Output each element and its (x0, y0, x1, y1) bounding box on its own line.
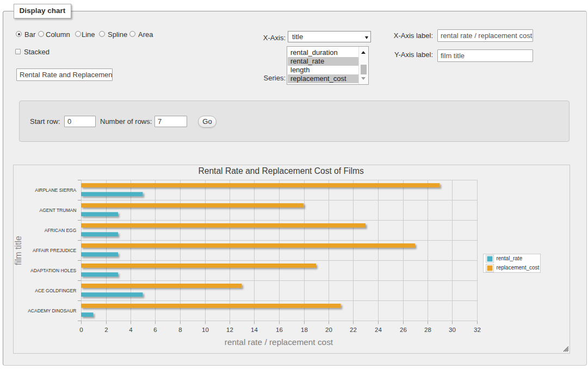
svg-text:film title: film title (14, 236, 23, 265)
svg-text:32: 32 (474, 327, 481, 333)
svg-text:2: 2 (104, 327, 108, 333)
svg-text:4: 4 (129, 327, 133, 333)
svg-text:AGENT TRUMAN: AGENT TRUMAN (40, 208, 77, 213)
svg-text:rental rate / replacement cost: rental rate / replacement cost (225, 337, 333, 347)
svg-text:26: 26 (400, 327, 407, 333)
svg-text:22: 22 (350, 327, 357, 333)
svg-text:8: 8 (178, 327, 182, 333)
svg-text:20: 20 (325, 327, 332, 333)
svg-text:AFRICAN EGG: AFRICAN EGG (45, 228, 77, 233)
svg-text:AFFAIR PREJUDICE: AFFAIR PREJUDICE (33, 248, 77, 253)
svg-text:ACE GOLDFINGER: ACE GOLDFINGER (35, 288, 76, 293)
svg-text:Rental Rate and Replacement Co: Rental Rate and Replacement Cost of Film… (198, 166, 363, 175)
svg-text:10: 10 (202, 327, 209, 333)
svg-text:replacement_cost: replacement_cost (496, 265, 539, 271)
svg-text:ADAPTATION HOLES: ADAPTATION HOLES (30, 268, 77, 273)
svg-text:6: 6 (153, 327, 157, 333)
svg-text:ACADEMY DINOSAUR: ACADEMY DINOSAUR (28, 308, 76, 313)
svg-text:16: 16 (276, 327, 283, 333)
svg-text:14: 14 (251, 327, 258, 333)
svg-text:18: 18 (301, 327, 308, 333)
svg-text:24: 24 (375, 327, 382, 333)
svg-text:12: 12 (226, 327, 233, 333)
svg-text:AIRPLANE SIERRA: AIRPLANE SIERRA (35, 187, 76, 193)
svg-text:28: 28 (424, 327, 431, 333)
svg-text:rental_rate: rental_rate (496, 255, 522, 261)
svg-text:0: 0 (79, 327, 83, 333)
svg-text:30: 30 (449, 327, 456, 333)
